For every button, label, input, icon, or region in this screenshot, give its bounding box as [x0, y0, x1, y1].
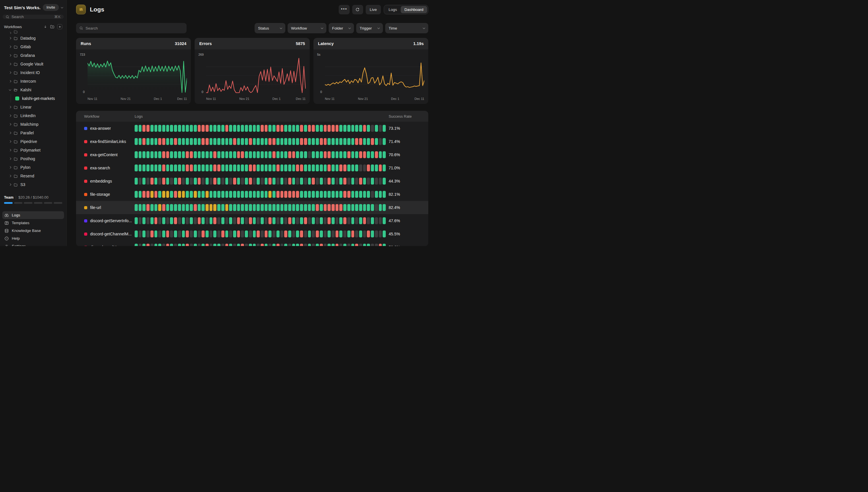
log-bar[interactable]	[150, 191, 154, 198]
log-bar[interactable]	[170, 165, 173, 171]
log-bar[interactable]	[134, 244, 138, 246]
sidebar-item-templates[interactable]: Templates	[2, 219, 64, 227]
log-bar[interactable]	[292, 217, 295, 224]
log-bar[interactable]	[355, 204, 358, 211]
log-bar[interactable]	[139, 230, 142, 238]
log-bar[interactable]	[190, 165, 193, 171]
log-bar[interactable]	[198, 244, 201, 246]
log-bar[interactable]	[367, 125, 370, 132]
log-bar[interactable]	[276, 204, 279, 211]
log-bar[interactable]	[324, 217, 327, 224]
log-bar[interactable]	[324, 230, 327, 238]
log-bar[interactable]	[272, 165, 276, 171]
log-bar[interactable]	[312, 178, 315, 184]
toggle-logs[interactable]: Logs	[385, 6, 401, 13]
log-bar[interactable]	[331, 138, 335, 145]
log-bar[interactable]	[316, 151, 319, 158]
log-bar[interactable]	[331, 178, 335, 184]
log-bar[interactable]	[308, 125, 311, 132]
log-bar[interactable]	[182, 151, 185, 158]
log-bar[interactable]	[375, 151, 378, 158]
log-bar[interactable]	[375, 165, 378, 171]
log-bar[interactable]	[359, 230, 362, 238]
log-bar[interactable]	[217, 230, 220, 238]
log-bar[interactable]	[316, 125, 319, 132]
log-bar[interactable]	[343, 178, 346, 184]
log-bar[interactable]	[355, 165, 358, 171]
log-bar[interactable]	[280, 125, 283, 132]
log-bar[interactable]	[320, 244, 323, 246]
log-bar[interactable]	[174, 217, 177, 224]
log-bar[interactable]	[134, 204, 138, 211]
log-bar[interactable]	[182, 165, 185, 171]
log-bar[interactable]	[170, 178, 173, 184]
log-bar[interactable]	[229, 204, 232, 211]
log-bar[interactable]	[312, 191, 315, 198]
log-bar[interactable]	[166, 191, 169, 198]
log-bar[interactable]	[158, 138, 161, 145]
log-bar[interactable]	[351, 151, 354, 158]
log-bar[interactable]	[280, 178, 283, 184]
log-bar[interactable]	[280, 138, 283, 145]
log-bar[interactable]	[351, 217, 354, 224]
log-bar[interactable]	[300, 191, 303, 198]
log-bar[interactable]	[375, 244, 378, 246]
log-bar[interactable]	[284, 217, 287, 224]
log-bar[interactable]	[245, 125, 248, 132]
log-bar[interactable]	[170, 125, 173, 132]
log-bar[interactable]	[225, 125, 228, 132]
log-bar[interactable]	[139, 178, 142, 184]
log-bar[interactable]	[256, 244, 260, 246]
log-bar[interactable]	[170, 230, 173, 238]
log-bar[interactable]	[205, 138, 209, 145]
filter-trigger[interactable]: Trigger	[356, 23, 383, 33]
log-bar[interactable]	[304, 191, 307, 198]
add-workflow-button[interactable]	[57, 24, 62, 29]
log-bar[interactable]	[336, 178, 339, 184]
log-bar[interactable]	[166, 204, 169, 211]
log-bar[interactable]	[324, 165, 327, 171]
log-bar[interactable]	[268, 230, 272, 238]
log-bar[interactable]	[249, 165, 252, 171]
log-bar[interactable]	[347, 244, 350, 246]
log-bar[interactable]	[347, 125, 350, 132]
log-bar[interactable]	[363, 151, 366, 158]
log-bar[interactable]	[233, 204, 236, 211]
log-bar[interactable]	[284, 138, 287, 145]
log-bar[interactable]	[324, 178, 327, 184]
log-bar[interactable]	[198, 204, 201, 211]
log-bar[interactable]	[201, 191, 205, 198]
log-bar[interactable]	[253, 191, 256, 198]
log-bar[interactable]	[288, 217, 291, 224]
log-bar[interactable]	[233, 138, 236, 145]
log-bar[interactable]	[194, 204, 197, 211]
log-bar[interactable]	[276, 244, 279, 246]
log-bar[interactable]	[209, 204, 213, 211]
log-bar[interactable]	[379, 151, 382, 158]
log-bar[interactable]	[209, 191, 213, 198]
log-bar[interactable]	[276, 230, 279, 238]
log-bar[interactable]	[316, 204, 319, 211]
log-bar[interactable]	[363, 217, 366, 224]
log-bar[interactable]	[359, 191, 362, 198]
log-bar[interactable]	[174, 244, 177, 246]
log-bar[interactable]	[379, 138, 382, 145]
log-bar[interactable]	[229, 125, 232, 132]
log-bar[interactable]	[241, 178, 244, 184]
log-bar[interactable]	[304, 138, 307, 145]
sidebar-folder-linkedin[interactable]: LinkedIn	[0, 112, 66, 120]
log-bar[interactable]	[213, 151, 217, 158]
log-bar[interactable]	[284, 204, 287, 211]
log-bar[interactable]	[237, 217, 240, 224]
log-bar[interactable]	[213, 191, 217, 198]
table-row-exa-findsimilarlinks[interactable]: exa-findSimilarLinks71.4%	[76, 135, 428, 148]
log-bar[interactable]	[355, 151, 358, 158]
log-bar[interactable]	[288, 178, 291, 184]
log-bar[interactable]	[327, 125, 331, 132]
log-bar[interactable]	[154, 125, 157, 132]
log-bar[interactable]	[327, 244, 331, 246]
log-bar[interactable]	[268, 244, 272, 246]
log-bar[interactable]	[245, 138, 248, 145]
log-bar[interactable]	[280, 217, 283, 224]
log-bar[interactable]	[170, 138, 173, 145]
